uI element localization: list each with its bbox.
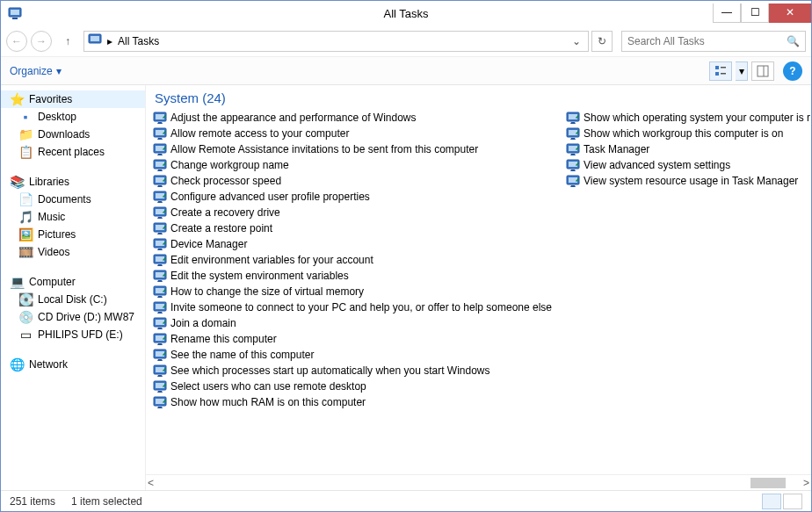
tree-item-recent[interactable]: 📋Recent places — [1, 143, 145, 161]
status-item-count: 251 items — [10, 495, 55, 508]
task-item[interactable]: Adjust the appearance and performance of… — [153, 111, 566, 125]
control-panel-icon — [153, 127, 167, 140]
svg-rect-58 — [569, 177, 577, 183]
network-icon: 🌐 — [10, 357, 24, 371]
up-button[interactable]: ↑ — [59, 32, 76, 50]
tree-item-cd-drive[interactable]: 💿CD Drive (D:) MW87 — [1, 308, 145, 326]
music-icon: 🎵 — [18, 210, 33, 224]
task-item[interactable]: Allow remote access to your computer — [153, 126, 566, 141]
tree-item-downloads[interactable]: 📁Downloads — [1, 126, 145, 143]
preview-pane-button[interactable] — [751, 61, 774, 81]
svg-rect-50 — [569, 114, 577, 119]
task-item[interactable]: How to change the size of virtual memory — [153, 285, 566, 299]
control-panel-icon — [153, 206, 167, 219]
control-panel-icon — [153, 159, 167, 171]
task-item[interactable]: Rename this computer — [153, 332, 566, 346]
control-panel-icon — [566, 159, 580, 171]
svg-rect-54 — [569, 146, 577, 151]
task-column-left: Adjust the appearance and performance of… — [153, 111, 566, 474]
control-panel-icon — [153, 191, 167, 203]
search-box[interactable]: 🔍 — [621, 31, 806, 52]
documents-icon: 📄 — [18, 192, 33, 206]
task-item[interactable]: Invite someone to connect to your PC and… — [153, 300, 566, 314]
task-label: Create a restore point — [170, 222, 272, 234]
task-item[interactable]: Show which operating system your compute… — [566, 111, 810, 125]
close-button[interactable]: ✕ — [769, 4, 811, 23]
icons-view-button[interactable] — [783, 494, 802, 509]
scroll-thumb[interactable] — [750, 478, 786, 488]
task-label: See the name of this computer — [170, 349, 314, 361]
svg-rect-22 — [156, 193, 164, 198]
task-label: Change workgroup name — [170, 159, 289, 171]
task-item[interactable]: Show which workgroup this computer is on — [566, 126, 810, 141]
libraries-icon: 📚 — [10, 175, 24, 189]
task-item[interactable]: Select users who can use remote desktop — [153, 379, 566, 393]
task-item[interactable]: Change workgroup name — [153, 158, 566, 172]
search-input[interactable] — [627, 35, 787, 47]
svg-rect-18 — [156, 162, 164, 167]
horizontal-scrollbar[interactable]: < > — [146, 474, 811, 490]
task-item[interactable]: Allow Remote Assistance invitations to b… — [153, 142, 566, 156]
refresh-button[interactable]: ↻ — [591, 31, 613, 52]
task-column-right: Show which operating system your compute… — [566, 111, 810, 474]
tree-item-pictures[interactable]: 🖼️Pictures — [1, 226, 145, 243]
svg-rect-46 — [156, 383, 164, 388]
tree-network[interactable]: 🌐Network — [1, 356, 145, 373]
task-item[interactable]: Create a restore point — [153, 221, 566, 235]
svg-rect-42 — [156, 351, 164, 357]
task-item[interactable]: See which processes start up automatical… — [153, 364, 566, 378]
view-mode-button[interactable] — [709, 61, 732, 81]
svg-rect-34 — [156, 288, 164, 293]
scroll-left-arrow[interactable]: < — [148, 477, 154, 489]
task-item[interactable]: See the name of this computer — [153, 348, 566, 362]
task-label: Show how much RAM is on this computer — [170, 396, 366, 408]
breadcrumb-item[interactable]: All Tasks — [118, 35, 159, 47]
group-header: System (24) — [146, 85, 811, 111]
task-item[interactable]: Edit the system environment variables — [153, 269, 566, 283]
tree-item-videos[interactable]: 🎞️Videos — [1, 243, 145, 261]
task-item[interactable]: Join a domain — [153, 316, 566, 330]
minimize-button[interactable]: — — [713, 4, 741, 23]
task-label: Task Manager — [584, 143, 649, 155]
view-mode-dropdown[interactable]: ▾ — [736, 61, 748, 81]
downloads-icon: 📁 — [18, 127, 33, 141]
app-icon — [8, 6, 22, 20]
task-label: Allow remote access to your computer — [170, 127, 349, 140]
help-button[interactable]: ? — [783, 61, 802, 81]
task-label: Allow Remote Assistance invitations to b… — [170, 143, 478, 155]
tree-item-desktop[interactable]: ▪Desktop — [1, 108, 145, 126]
svg-rect-36 — [156, 304, 164, 309]
svg-rect-28 — [156, 241, 164, 246]
svg-rect-2 — [12, 18, 18, 19]
task-label: View system resource usage in Task Manag… — [584, 175, 798, 187]
organize-menu[interactable]: Organize ▾ — [10, 65, 62, 77]
task-item[interactable]: View system resource usage in Task Manag… — [566, 174, 810, 188]
tree-item-local-disk[interactable]: 💽Local Disk (C:) — [1, 291, 145, 308]
control-panel-icon — [153, 143, 167, 155]
organize-label: Organize — [10, 65, 53, 77]
task-item[interactable]: Create a recovery drive — [153, 206, 566, 220]
task-item[interactable]: Configure advanced user profile properti… — [153, 190, 566, 204]
svg-rect-1 — [11, 10, 19, 15]
scroll-right-arrow[interactable]: > — [803, 477, 809, 489]
task-item[interactable]: Device Manager — [153, 237, 566, 251]
tree-item-documents[interactable]: 📄Documents — [1, 191, 145, 208]
task-item[interactable]: Check processor speed — [153, 174, 566, 188]
task-item[interactable]: Edit environment variables for your acco… — [153, 253, 566, 267]
tree-computer[interactable]: 💻Computer — [1, 273, 145, 291]
tree-favorites[interactable]: ⭐Favorites — [1, 90, 145, 108]
control-panel-icon — [153, 349, 167, 361]
tree-item-music[interactable]: 🎵Music — [1, 208, 145, 226]
tree-libraries[interactable]: 📚Libraries — [1, 173, 145, 191]
task-item[interactable]: Task Manager — [566, 142, 810, 156]
details-view-button[interactable] — [762, 494, 781, 509]
svg-rect-8 — [721, 73, 726, 75]
address-bar[interactable]: ▸ All Tasks ⌄ — [83, 31, 589, 52]
back-button[interactable]: ← — [6, 31, 27, 52]
forward-button[interactable]: → — [31, 31, 52, 52]
address-dropdown[interactable]: ⌄ — [569, 35, 584, 47]
task-item[interactable]: View advanced system settings — [566, 158, 810, 172]
tree-item-usb-drive[interactable]: ▭PHILIPS UFD (E:) — [1, 326, 145, 343]
task-item[interactable]: Show how much RAM is on this computer — [153, 395, 566, 409]
maximize-button[interactable]: ☐ — [741, 4, 769, 23]
